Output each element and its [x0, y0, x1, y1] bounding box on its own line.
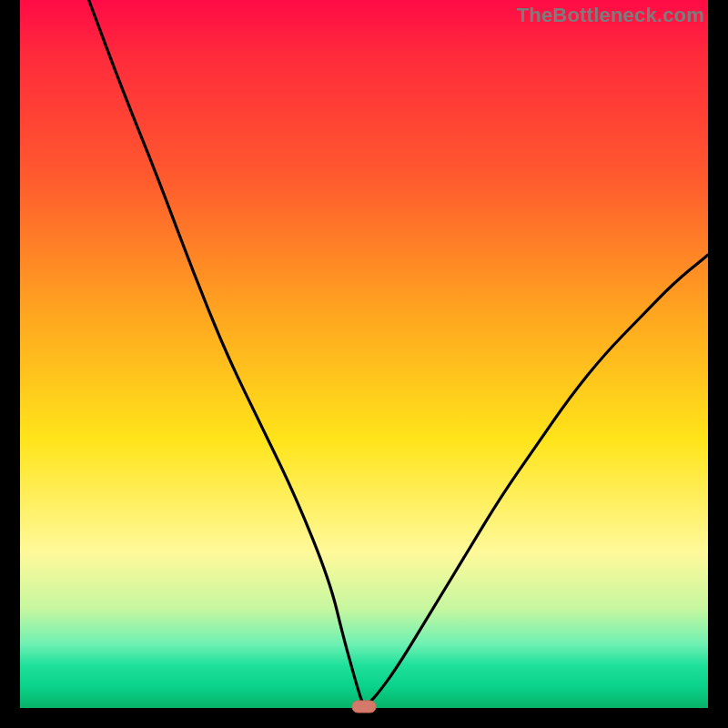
watermark-text: TheBottleneck.com	[517, 4, 704, 27]
chart-stage: TheBottleneck.com	[0, 0, 728, 728]
gradient-panel	[20, 0, 708, 708]
bottleneck-curve-svg	[20, 0, 708, 708]
optimum-marker	[352, 701, 376, 713]
bottleneck-curve-path	[89, 0, 708, 705]
